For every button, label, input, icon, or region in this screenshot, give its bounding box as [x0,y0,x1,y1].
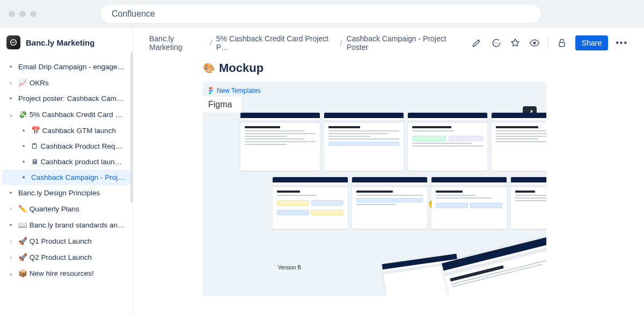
more-actions-icon[interactable]: ••• [616,38,628,48]
sidebar-item[interactable]: ›📈 OKRs [2,75,130,91]
artboard-thumbnail[interactable] [324,113,404,171]
bullet-icon: • [19,158,28,166]
bullet-icon: • [19,173,28,181]
content-area: Banc.ly Marketing / 5% Cashback Credit C… [133,28,644,315]
sidebar-item-label: Cashback Campaign - Proj… [31,173,125,181]
sidebar-item-label: ✏️ Quarterly Plans [18,204,79,213]
window-topbar: Confluence [0,0,644,28]
star-icon[interactable] [509,37,521,49]
page-tree: •Email Drip Campaign - engage…›📈 OKRs•Pr… [0,57,133,287]
watch-icon[interactable] [529,37,540,49]
svg-point-6 [211,90,213,92]
artboard-thumbnail[interactable] [240,113,320,171]
sidebar-item[interactable]: •📅 Cashback GTM launch [2,122,130,138]
sidebar-item-label: 📈 OKRs [18,78,49,87]
sidebar-item-selected[interactable]: •Cashback Campaign - Proj… [2,170,130,185]
share-button[interactable]: Share [575,35,608,50]
actions-divider [548,38,548,48]
sidebar-item-label: 📅 Cashback GTM launch [31,126,116,135]
svg-rect-2 [559,42,565,47]
sidebar-item[interactable]: ⌄💸 5% Cashback Credit Card … [2,106,130,122]
page-title: Mockup [219,61,264,75]
bullet-icon: • [6,63,15,71]
figma-file-tab[interactable]: New Templates [208,87,261,94]
artboard-thumbnail[interactable] [442,235,546,296]
page-actions: Share ••• [471,35,628,50]
sidebar-item-label: 📦 New hire resources! [18,269,94,277]
artboard-thumbnail[interactable] [431,177,507,229]
artboard-thumbnail[interactable] [511,177,546,229]
canvas-section-label: Version B [278,265,301,270]
sidebar-item[interactable]: ›🚀 Q1 Product Launch [2,233,130,249]
svg-point-4 [211,87,213,89]
sidebar-item-label: 🖥 Cashback product laun… [31,158,122,166]
bullet-icon: • [19,127,28,135]
bullet-icon: • [6,221,15,229]
space-header[interactable]: Banc.ly Marketing [0,28,133,57]
chevron-icon[interactable]: › [6,79,15,86]
breadcrumb-current[interactable]: Cashback Campaign - Project Poster [347,34,463,52]
chevron-icon[interactable]: › [6,254,15,260]
bullet-icon: • [19,142,28,150]
sidebar-item[interactable]: •🗒 Cashback Product Req… [2,138,130,154]
search-input[interactable]: Confluence [101,5,541,23]
edit-icon[interactable] [471,37,482,49]
traffic-light-close[interactable] [9,11,15,17]
chevron-icon[interactable]: › [6,238,15,244]
chevron-icon[interactable]: › [6,206,15,212]
sidebar-item-label: 🚀 Q2 Product Launch [18,253,92,261]
artboard-thumbnail[interactable] [408,113,487,171]
breadcrumb-separator: / [340,39,342,47]
figma-canvas[interactable]: ✋ Version B [203,97,546,296]
content-header: Banc.ly Marketing / 5% Cashback Credit C… [133,28,644,58]
sidebar-item[interactable]: ⌄📦 New hire resources! [2,265,130,281]
breadcrumb: Banc.ly Marketing / 5% Cashback Credit C… [149,34,463,52]
breadcrumb-parent[interactable]: 5% Cashback Credit Card Project P… [216,34,336,52]
sidebar-item[interactable]: •Banc.ly Design Principles [2,185,130,201]
sidebar-item[interactable]: •Project poster: Cashback Cam… [2,91,130,106]
space-name: Banc.ly Marketing [26,38,94,47]
bullet-icon: • [6,94,15,102]
search-text: Confluence [112,9,155,19]
svg-point-7 [209,92,211,94]
page-body: 🎨 Mockup New Templates Figma [133,58,644,315]
sidebar-item-label: 🗒 Cashback Product Req… [31,142,122,150]
figma-embed[interactable]: New Templates Figma − + ✋ [203,82,546,296]
traffic-light-zoom[interactable] [30,11,36,17]
sidebar-item[interactable]: ›🚀 Q2 Product Launch [2,249,130,265]
sidebar-item-label: Email Drip Campaign - engage… [18,63,125,71]
breadcrumb-separator: / [210,39,212,47]
sidebar: Banc.ly Marketing •Email Drip Campaign -… [0,28,133,315]
window-traffic-lights [9,11,36,17]
comment-icon[interactable] [490,37,502,49]
chevron-icon[interactable]: ⌄ [6,270,15,277]
breadcrumb-space[interactable]: Banc.ly Marketing [149,34,206,52]
heading-emoji-icon: 🎨 [203,62,215,74]
sidebar-item-label: 🚀 Q1 Product Launch [18,237,92,245]
sidebar-item-label: Banc.ly Design Principles [18,189,100,197]
artboard-thumbnail[interactable] [492,113,546,171]
restrictions-icon[interactable] [556,37,568,49]
sidebar-item-label: 💸 5% Cashback Credit Card … [18,110,122,119]
traffic-light-minimize[interactable] [19,11,26,17]
figma-logo-icon [208,87,214,94]
chevron-icon[interactable]: ⌄ [6,111,15,118]
page-heading: 🎨 Mockup [203,61,628,75]
sidebar-item[interactable]: ›✏️ Quarterly Plans [2,201,130,217]
sidebar-item-label: 📖 Banc.ly brand standards an… [18,221,125,229]
space-logo-icon [6,35,20,49]
figma-file-name: New Templates [217,87,261,94]
svg-point-1 [533,42,536,45]
artboard-thumbnail[interactable] [273,177,348,229]
sidebar-item[interactable]: •📖 Banc.ly brand standards an… [2,217,130,233]
sidebar-scrollbar[interactable] [130,53,133,203]
sidebar-item[interactable]: •Email Drip Campaign - engage… [2,59,130,75]
sidebar-item-label: Project poster: Cashback Cam… [18,94,124,102]
artboard-thumbnail[interactable] [352,177,427,229]
bullet-icon: • [6,189,15,197]
sidebar-item[interactable]: •🖥 Cashback product laun… [2,154,130,170]
